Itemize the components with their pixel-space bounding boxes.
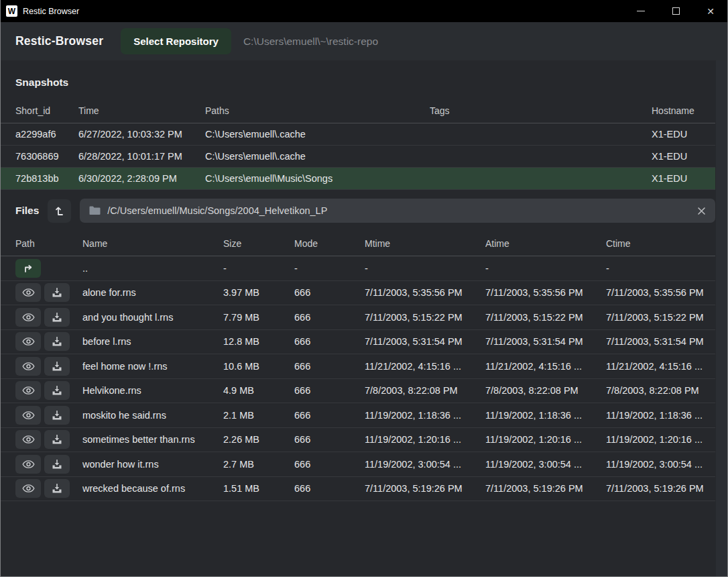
file-name: feel home now !.rns	[82, 361, 223, 372]
column-header-path[interactable]: Path	[15, 238, 82, 249]
snapshot-hostname: X1-EDU	[652, 151, 715, 162]
file-atime: 11/19/2002, 3:00:54 ...	[485, 459, 606, 470]
snapshots-table-body: a2299af66/27/2022, 10:03:32 PMC:\Users\e…	[1, 123, 727, 190]
snapshot-shortid: 72b813bb	[15, 173, 78, 184]
file-ctime: 11/21/2002, 4:15:16 ...	[606, 361, 715, 372]
file-size: 7.79 MB	[223, 312, 294, 323]
files-toolbar: Files /C/Users/emuell/Music/Songs/2004_H…	[15, 199, 715, 223]
file-name: ..	[82, 263, 223, 274]
file-row: alone for.rns3.97 MB6667/11/2003, 5:35:5…	[1, 281, 715, 306]
file-row: Helvikone.rns4.9 MB6667/8/2003, 8:22:08 …	[1, 379, 715, 404]
preview-icon	[22, 460, 35, 469]
download-icon	[52, 336, 62, 347]
file-name: Helvikone.rns	[82, 385, 223, 396]
download-button[interactable]	[44, 357, 70, 376]
preview-button[interactable]	[15, 381, 41, 400]
level-up-arrow-icon	[53, 204, 66, 217]
file-mtime: 11/19/2002, 3:00:54 ...	[365, 459, 485, 470]
file-mtime: 11/21/2002, 4:15:16 ...	[365, 361, 485, 372]
row-actions	[15, 332, 82, 351]
snapshot-row[interactable]: 763068696/28/2022, 10:01:17 PMC:\Users\e…	[1, 146, 715, 168]
parent-directory-row: ..-----	[1, 256, 715, 281]
scrollbar-gutter	[716, 60, 727, 576]
close-button[interactable]: ✕	[693, 0, 728, 22]
select-repository-button[interactable]: Select Repository	[121, 28, 231, 54]
file-mtime: 7/8/2003, 8:22:08 PM	[365, 385, 485, 396]
file-size: -	[223, 263, 294, 274]
download-button[interactable]	[44, 381, 70, 400]
file-atime: 7/11/2003, 5:35:56 PM	[485, 287, 606, 298]
file-name: wrecked because of.rns	[82, 483, 223, 494]
column-header-size[interactable]: Size	[223, 238, 294, 249]
download-button[interactable]	[44, 308, 70, 327]
column-header-paths[interactable]: Paths	[205, 105, 430, 116]
folder-icon	[89, 206, 101, 215]
column-header-mode[interactable]: Mode	[294, 238, 365, 249]
download-icon	[52, 483, 62, 494]
parent-dir-button[interactable]	[15, 259, 41, 278]
preview-button[interactable]	[15, 479, 41, 498]
column-header-hostname[interactable]: Hostname	[652, 105, 715, 116]
file-mtime: 11/19/2002, 1:18:36 ...	[365, 410, 485, 421]
file-ctime: 11/19/2002, 1:20:16 ...	[606, 434, 715, 445]
column-header-ctime[interactable]: Ctime	[606, 238, 715, 249]
go-up-level-button[interactable]	[48, 199, 71, 223]
file-size: 12.8 MB	[223, 336, 294, 347]
minimize-button[interactable]	[623, 0, 658, 22]
download-button[interactable]	[44, 455, 70, 474]
column-header-tags[interactable]: Tags	[430, 105, 652, 116]
preview-button[interactable]	[15, 430, 41, 449]
column-header-time[interactable]: Time	[78, 105, 205, 116]
snapshots-heading: Snapshots	[1, 60, 727, 99]
snapshot-paths: C:\Users\emuell\.cache	[205, 151, 430, 162]
file-name: alone for.rns	[82, 287, 223, 298]
preview-icon	[22, 386, 35, 395]
file-mode: 666	[294, 483, 365, 494]
download-button[interactable]	[44, 430, 70, 449]
download-button[interactable]	[44, 479, 70, 498]
parent-dir-icon	[22, 262, 34, 274]
column-header-mtime[interactable]: Mtime	[365, 238, 485, 249]
snapshot-row[interactable]: a2299af66/27/2022, 10:03:32 PMC:\Users\e…	[1, 123, 715, 146]
file-atime: 7/11/2003, 5:31:54 PM	[485, 336, 606, 347]
preview-button[interactable]	[15, 357, 41, 376]
download-button[interactable]	[44, 406, 70, 425]
file-mtime: -	[365, 263, 485, 274]
snapshot-hostname: X1-EDU	[652, 129, 715, 140]
preview-icon	[22, 484, 35, 493]
file-row: wonder how it.rns2.7 MB66611/19/2002, 3:…	[1, 452, 715, 477]
preview-button[interactable]	[15, 406, 41, 425]
snapshot-time: 6/30/2022, 2:28:09 PM	[78, 173, 205, 184]
file-mode: 666	[294, 361, 365, 372]
file-name: sometimes better than.rns	[82, 434, 223, 445]
file-mtime: 11/19/2002, 1:20:16 ...	[365, 434, 485, 445]
preview-button[interactable]	[15, 332, 41, 351]
snapshot-row[interactable]: 72b813bb6/30/2022, 2:28:09 PMC:\Users\em…	[1, 168, 715, 190]
file-mode: 666	[294, 312, 365, 323]
preview-button[interactable]	[15, 308, 41, 327]
column-header-atime[interactable]: Atime	[485, 238, 606, 249]
download-icon	[52, 410, 62, 421]
snapshot-time: 6/27/2022, 10:03:32 PM	[78, 129, 205, 140]
download-icon	[52, 287, 62, 298]
column-header-shortid[interactable]: Short_id	[15, 105, 78, 116]
files-table-body: ..-----alone for.rns3.97 MB6667/11/2003,…	[1, 256, 727, 501]
clear-path-button[interactable]	[697, 207, 706, 215]
file-ctime: 11/19/2002, 3:00:54 ...	[606, 459, 715, 470]
preview-button[interactable]	[15, 455, 41, 474]
file-ctime: 7/11/2003, 5:31:54 PM	[606, 336, 715, 347]
close-icon: ✕	[707, 7, 715, 16]
preview-button[interactable]	[15, 283, 41, 302]
maximize-button[interactable]	[658, 0, 693, 22]
files-table-header: Path Name Size Mode Mtime Atime Ctime	[1, 231, 715, 256]
file-mode: 666	[294, 287, 365, 298]
download-button[interactable]	[44, 332, 70, 351]
column-header-name[interactable]: Name	[82, 238, 223, 249]
file-mtime: 7/11/2003, 5:35:56 PM	[365, 287, 485, 298]
snapshots-table-header: Short_id Time Paths Tags Hostname	[1, 99, 715, 123]
preview-icon	[22, 435, 35, 444]
file-ctime: 7/11/2003, 5:19:26 PM	[606, 483, 715, 494]
snapshot-hostname: X1-EDU	[652, 173, 715, 184]
download-icon	[52, 385, 62, 396]
download-button[interactable]	[44, 283, 70, 302]
